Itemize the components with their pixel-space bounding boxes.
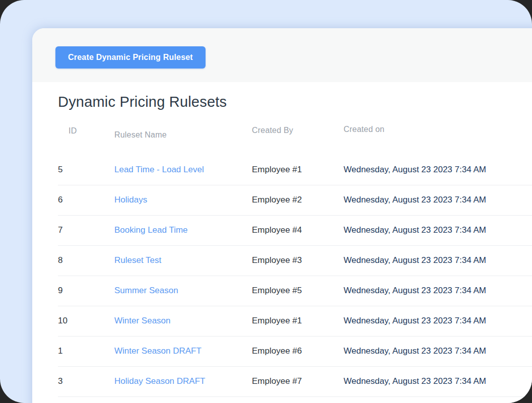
page-background: Create Dynamic Pricing Ruleset Dynamic P… xyxy=(0,0,532,403)
column-header-created-on: Created on xyxy=(344,110,532,155)
card-body: Dynamic Pricing Rulesets ID Ruleset Name… xyxy=(32,82,532,397)
column-header-created-by: Created By xyxy=(252,110,344,155)
created-on-cell: Wednesday, August 23 2023 7:34 AM xyxy=(344,336,532,366)
created-on-cell: Wednesday, August 23 2023 7:34 AM xyxy=(344,366,532,396)
ruleset-name-link[interactable]: Ruleset Test xyxy=(114,255,161,265)
table-row: 3 Holiday Season DRAFT Employee #7 Wedne… xyxy=(58,366,532,396)
ruleset-name-cell: Lead Time - Load Level xyxy=(114,155,252,185)
table-row: 8 Ruleset Test Employee #3 Wednesday, Au… xyxy=(58,245,532,276)
page-title: Dynamic Pricing Rulesets xyxy=(58,94,532,110)
ruleset-name-link[interactable]: Summer Season xyxy=(114,286,178,295)
ruleset-id-cell: 10 xyxy=(58,306,114,336)
ruleset-name-cell: Holidays xyxy=(114,185,252,215)
ruleset-name-cell: Winter Season xyxy=(114,306,252,336)
content-card: Create Dynamic Pricing Ruleset Dynamic P… xyxy=(32,28,532,403)
ruleset-name-link[interactable]: Holidays xyxy=(114,195,147,205)
created-by-cell: Employee #1 xyxy=(252,155,344,185)
table-row: 10 Winter Season Employee #1 Wednesday, … xyxy=(58,306,532,336)
column-header-ruleset-name: Ruleset Name xyxy=(114,110,252,155)
table-row: 7 Booking Lead Time Employee #4 Wednesda… xyxy=(58,215,532,245)
created-on-cell: Wednesday, August 23 2023 7:34 AM xyxy=(344,215,532,245)
ruleset-name-cell: Holiday Season DRAFT xyxy=(114,366,252,396)
table-row: 1 Winter Season DRAFT Employee #6 Wednes… xyxy=(58,336,532,366)
ruleset-name-cell: Booking Lead Time xyxy=(114,215,252,245)
ruleset-id-cell: 3 xyxy=(58,366,114,396)
created-on-cell: Wednesday, August 23 2023 7:34 AM xyxy=(344,185,532,215)
ruleset-name-link[interactable]: Winter Season xyxy=(114,316,171,325)
ruleset-name-link[interactable]: Lead Time - Load Level xyxy=(114,165,204,174)
created-by-cell: Employee #2 xyxy=(252,185,344,215)
ruleset-id-cell: 6 xyxy=(58,185,114,215)
table-body: 5 Lead Time - Load Level Employee #1 Wed… xyxy=(58,155,532,396)
ruleset-id-cell: 9 xyxy=(58,276,114,306)
column-header-id: ID xyxy=(58,110,114,155)
created-by-cell: Employee #5 xyxy=(252,276,344,306)
created-on-cell: Wednesday, August 23 2023 7:34 AM xyxy=(344,155,532,185)
ruleset-name-link[interactable]: Holiday Season DRAFT xyxy=(114,376,205,386)
table-row: 9 Summer Season Employee #5 Wednesday, A… xyxy=(58,276,532,306)
card-toolbar: Create Dynamic Pricing Ruleset xyxy=(32,28,532,82)
create-ruleset-button[interactable]: Create Dynamic Pricing Ruleset xyxy=(55,46,206,69)
created-on-cell: Wednesday, August 23 2023 7:34 AM xyxy=(344,306,532,336)
ruleset-name-cell: Winter Season DRAFT xyxy=(114,336,252,366)
ruleset-id-cell: 5 xyxy=(58,155,114,185)
rulesets-table: ID Ruleset Name Created By Created on 5 … xyxy=(58,110,532,397)
ruleset-name-link[interactable]: Booking Lead Time xyxy=(114,225,188,235)
table-header-row: ID Ruleset Name Created By Created on xyxy=(58,110,532,155)
created-by-cell: Employee #6 xyxy=(252,336,344,366)
ruleset-name-cell: Summer Season xyxy=(114,276,252,306)
created-by-cell: Employee #4 xyxy=(252,215,344,245)
table-row: 5 Lead Time - Load Level Employee #1 Wed… xyxy=(58,155,532,185)
ruleset-id-cell: 1 xyxy=(58,336,114,366)
created-by-cell: Employee #1 xyxy=(252,306,344,336)
created-by-cell: Employee #7 xyxy=(252,366,344,396)
ruleset-name-cell: Ruleset Test xyxy=(114,245,252,276)
created-on-cell: Wednesday, August 23 2023 7:34 AM xyxy=(344,245,532,276)
created-by-cell: Employee #3 xyxy=(252,245,344,276)
ruleset-id-cell: 8 xyxy=(58,245,114,276)
created-on-cell: Wednesday, August 23 2023 7:34 AM xyxy=(344,276,532,306)
ruleset-id-cell: 7 xyxy=(58,215,114,245)
ruleset-name-link[interactable]: Winter Season DRAFT xyxy=(114,346,202,356)
table-row: 6 Holidays Employee #2 Wednesday, August… xyxy=(58,185,532,215)
